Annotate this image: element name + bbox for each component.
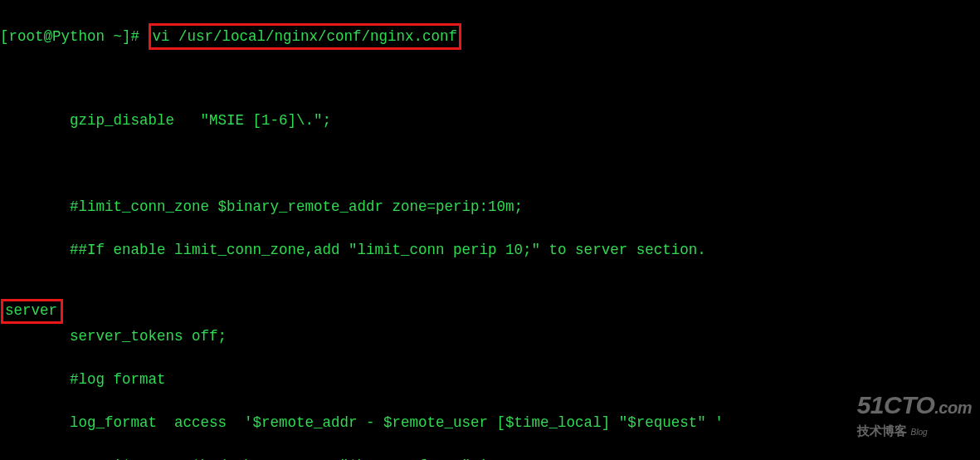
watermark-subtitle: 技术博客 bbox=[857, 423, 907, 438]
server-keyword-highlight: server bbox=[1, 299, 63, 324]
vi-command: vi /usr/local/nginx/conf/nginx.conf bbox=[153, 28, 458, 45]
watermark: 51CTO.com 技术博客 Blog bbox=[857, 394, 972, 443]
config-line: #limit_conn_zone $binary_remote_addr zon… bbox=[0, 196, 980, 218]
config-line: log_format access '$remote_addr - $remot… bbox=[0, 412, 980, 433]
config-line: #log format bbox=[0, 369, 980, 390]
config-line: server_tokens off; bbox=[0, 325, 980, 347]
command-highlight: vi /usr/local/nginx/conf/nginx.conf bbox=[149, 23, 462, 50]
config-line: '$status $body_bytes_sent "$http_referer… bbox=[0, 455, 980, 460]
shell-prompt: [root@Python ~]# bbox=[0, 28, 149, 45]
terminal-output[interactable]: [root@Python ~]# vi /usr/local/nginx/con… bbox=[0, 2, 980, 460]
watermark-blog: Blog bbox=[911, 428, 928, 437]
watermark-brand: 51CTO bbox=[857, 391, 935, 418]
config-line: ##If enable limit_conn_zone,add "limit_c… bbox=[0, 239, 980, 261]
config-line: gzip_disable "MSIE [1-6]\."; bbox=[0, 110, 980, 131]
prompt-line: [root@Python ~]# vi /usr/local/nginx/con… bbox=[0, 23, 980, 45]
